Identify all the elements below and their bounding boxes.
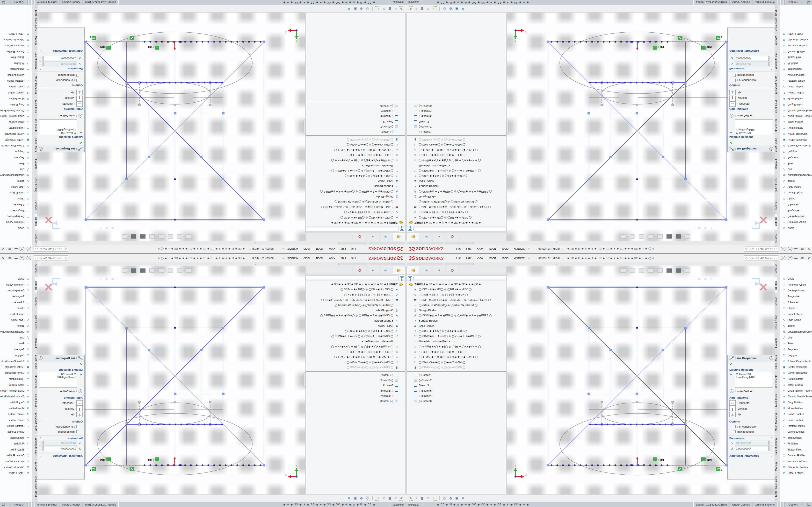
tree-row[interactable]: ◔◯ ƧƧ⍟◎ƧƧ ИNɜƐƧƧ◯ ◎ ◯ƧƧƐɜ ИN Ƨ◎⍟ƧƧ ◯ [407, 200, 506, 205]
bottom-tool-icon[interactable]: ✿ [462, 496, 464, 500]
tool-centerpoint-arc[interactable]: ◠Centerpoint Arc [780, 214, 812, 219]
collapsed-commandmanager[interactable] [41, 241, 406, 245]
status-scheme[interactable]: Custom ▲ [786, 1, 806, 4]
tool-parallelogram[interactable]: ▱Parallelogram [780, 125, 812, 131]
tree-row-sketch[interactable]: (-) Sketch1 [306, 129, 405, 135]
tree-row[interactable]: ≔Material < not specified > [306, 163, 405, 168]
tool-segment[interactable]: #Segment [0, 346, 32, 352]
tab-featuremanager[interactable] [392, 233, 405, 241]
menu-file[interactable]: File [349, 256, 359, 261]
section-header[interactable]: Additional Parameters [53, 50, 83, 53]
tree-row[interactable]: ✦◯ ƧƧ◦∪ ✱ ♟AⅢ◯ ◎ ◯ⅢA♟ ✱ ∪◦ƧƧ ◯ [407, 329, 506, 334]
tree-filter[interactable] [407, 275, 506, 281]
user-account-icon[interactable]: ☺ [27, 247, 31, 251]
spinner-up-icon[interactable]: ▲ [39, 446, 43, 449]
tool-partial-ellipse[interactable]: ◖Partial Ellipse [780, 190, 812, 196]
bottom-tool-icon[interactable]: ◎ [443, 496, 446, 500]
tree-row[interactable]: ▦◯ ƧƧ✛ ɜƐƧƧ◯ ИN◉◎✛ ƆϹɜƐ ƧƧ◯ ◎◯ ƧƧɜϹƆ ✛◉И… [306, 205, 405, 210]
commandmanager-tab-evaluate[interactable]: Evaluate [774, 334, 777, 351]
spinner[interactable]: ▲▼ [769, 446, 773, 451]
tree-row[interactable]: ◖Surface Bodies [306, 318, 405, 324]
bottom-tool-icon[interactable]: ∟ [376, 496, 379, 500]
section-header[interactable]: Additional Parameters [729, 454, 759, 457]
tool-centerpoint-arc[interactable]: ◠Centerpoint Arc [0, 288, 32, 293]
tool-polygon[interactable]: ⬡Polygon [780, 149, 812, 155]
menu-tools[interactable]: Tools [301, 256, 313, 261]
view-tool-icon[interactable] [630, 234, 635, 238]
tree-row-root[interactable]: TЯPDL2. ◉ ƐƐ ◉ Ш ◉ ◎ ◉ ✛ ◉ ƆϹ ◉ ƐƐ ◉ ✦ ◉… [407, 282, 506, 287]
tree-row[interactable]: A◯ ƧƧИN◉◎ ✛ A ✛ ◉ИNA◯ ◎ ◯AИN◉ ✛ A ✛ ◎◉ИN… [306, 189, 405, 194]
tab-dimxpertmanager[interactable]: ❂ [353, 266, 366, 274]
tool-copy-entities[interactable]: ⧉Copy Entities [0, 102, 32, 107]
tool-intersection-curve[interactable]: ≋Intersection Curve [0, 43, 32, 49]
tool-intersection-curve[interactable]: ≋Intersection Curve [780, 458, 812, 464]
option-for-construction[interactable]: For construction [39, 424, 79, 429]
search-dropdown-icon[interactable]: ▾ [35, 248, 36, 250]
commandmanager-tab-sketch[interactable]: Sketch [35, 278, 38, 293]
tool-segment[interactable]: #Segment [780, 155, 812, 161]
parameter-input[interactable]: 0.00000000° [735, 446, 769, 451]
tree-row[interactable]: ▱◯ ✛ ℥ɘ⅁◦♟◯ ✱ ◉∥◯ ◎ ◯∥◉ ✱ ◯♟◦⅁ɘ℥ ✛ ◯ [407, 148, 506, 153]
bottom-tool-icon[interactable]: ≡ [395, 496, 397, 500]
parameter-input[interactable]: 10.88152731 [43, 441, 77, 445]
view-tool-icon[interactable] [140, 269, 146, 273]
tool-sketch-fillet[interactable]: ⌒Sketch Fillet [780, 55, 812, 60]
section-header[interactable]: Add Relations [729, 396, 748, 399]
tab-configurationmanager[interactable]: ⌖ [366, 233, 379, 241]
tree-row-sketch[interactable]: Sketch3 [306, 119, 405, 124]
tree-row-sketch[interactable]: (-) Sketch1 [407, 129, 506, 135]
tree-row[interactable]: Σ◯ ƧƧИN◉◎ ✛ A∪ⁿɜƐ◯ ◎ ◯ɜƐⁿ∪A ✛ ◎◉ИNƧƧ ◯ [306, 168, 405, 174]
tree-row-sketch[interactable]: (-) Sketch2 [306, 378, 405, 383]
search-dropdown-icon[interactable]: ▾ [776, 257, 777, 259]
tree-row-sketch[interactable]: Sketch3 [407, 383, 506, 388]
parameter-input[interactable]: 0.00000000° [43, 446, 77, 451]
view-tool-icon[interactable] [186, 234, 191, 238]
menu-file[interactable]: File [453, 256, 463, 261]
quick-toolbar-icons[interactable]: ◉ ƐƐ ◉ Ш ◉ ◎ ◉ ✛ ◉ ƆϹ ◉ ƐƐ ◉ ✦ ◉ ƧƧ ◉ ♟ … [567, 248, 743, 250]
tool-linear-sketch-pattern[interactable]: ⁘Linear Sketch Pattern [780, 388, 812, 393]
tool-line[interactable]: ╱Line [0, 167, 32, 172]
tool-linear-sketch-pattern[interactable]: ⁘Linear Sketch Pattern [0, 388, 32, 393]
commandmanager-tab-mbd-dimensions[interactable]: MBD Dimensions [774, 474, 777, 499]
tool-polygon[interactable]: ⬡Polygon [780, 352, 812, 358]
tool-stretch-entities[interactable]: ⌐Stretch Entities [0, 423, 32, 429]
tree-row[interactable]: Σ◯ ƧƧИN◉◎ ✛ A∪ⁿɜƐ◯ ◎ ◯ɜƐⁿ∪A ✛ ◎◉ИNƧƧ ◯ [407, 168, 506, 174]
bottom-tool-icon[interactable]: ✎ [409, 7, 412, 11]
spinner-down-icon[interactable]: ▼ [39, 56, 43, 58]
add-relation-horizontal[interactable]: —Horizontal [729, 400, 773, 406]
spinner-up-icon[interactable]: ▲ [39, 64, 43, 66]
panel-splitter[interactable] [506, 119, 508, 134]
bottom-tool-icon[interactable]: ◎ [443, 7, 446, 11]
menu-insert[interactable]: Insert [486, 256, 499, 261]
help-icon[interactable]: ? [39, 147, 43, 151]
tool-ellipse[interactable]: ⬭Ellipse [780, 305, 812, 311]
tree-row[interactable]: ▱◯ ✛ ИN◉♟÷◯ ✱ ◉∥◯ ◎ ◯∥◉ ✱ ◯÷♟◉ИN ✛ ◯ [407, 158, 506, 163]
tool-stretch-entities[interactable]: ⌐Stretch Entities [0, 78, 32, 84]
tool-mirror-entities[interactable]: ⫝Mirror Entities [780, 119, 812, 125]
tree-row[interactable]: ▦◯ ƧƧ✛ ɜƐƧƧ◯ ИN◉◎✛ ƆϹɜƐ ƧƧ◯ ◎◯ ƧƧɜϹƆ ✛◉И… [407, 297, 506, 303]
bottom-tool-icon[interactable]: ▣ [455, 496, 458, 500]
pin-icon[interactable]: ✦ [282, 257, 285, 260]
quick-toolbar-icons[interactable]: ◉ ƐƐ ◉ Ш ◉ ◎ ◉ ✛ ◉ ƆϹ ◉ ƐƐ ◉ ✦ ◉ ƧƧ ◉ ♟ … [69, 257, 245, 260]
commandmanager-tab-features[interactable]: Features [35, 260, 38, 278]
section-header[interactable]: Additional Parameters [53, 454, 83, 457]
tree-row[interactable]: ◔◯ ƧƧ⍟◎ƧƧ ИNɜƐƧƧ◯ ◎ ◯ƧƧƐɜ ИN Ƨ◎⍟ƧƧ ◯ [306, 200, 405, 205]
commandmanager-tab-mold-tools[interactable]: Mold Tools [774, 391, 777, 410]
bottom-tool-icon[interactable]: ∟ [376, 7, 379, 11]
tree-filter[interactable] [407, 226, 506, 232]
relation-item[interactable]: Collinear108 [40, 373, 76, 376]
search-input[interactable]: ◇ Search CAD Models ⌕ ▾ [34, 256, 68, 261]
bottom-tool-icon[interactable]: ◷ [449, 496, 452, 500]
commandmanager-tab-features[interactable]: Features [774, 260, 777, 278]
restore-button[interactable]: ⧉ [6, 256, 12, 261]
tree-row-sketch[interactable]: (-) Sketch6 [407, 398, 506, 404]
tool-copy-entities[interactable]: ⧉Copy Entities [0, 399, 32, 405]
spinner-up-icon[interactable]: ▲ [39, 441, 43, 443]
parameter-input[interactable]: 10.88152731 [43, 62, 77, 66]
heads-up-view-toolbar[interactable] [118, 234, 191, 238]
commandmanager-tab-surfaces[interactable]: Surfaces [774, 293, 777, 311]
menu-insert[interactable]: Insert [313, 256, 326, 261]
parameter-input[interactable]: 0.00000000° [735, 56, 769, 61]
tool-intersection-curve[interactable]: ≋Intersection Curve [780, 43, 812, 49]
filter-input[interactable] [306, 227, 399, 232]
